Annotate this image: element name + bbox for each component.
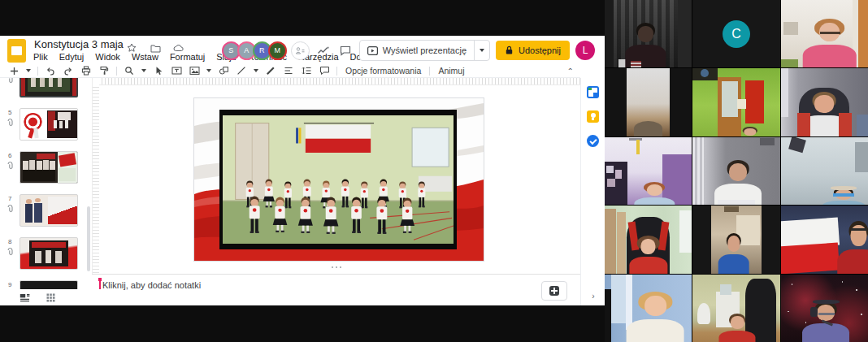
explore-button[interactable] (541, 281, 567, 301)
align-button[interactable] (283, 65, 294, 76)
participant-figure (735, 127, 766, 136)
figure-torso (719, 331, 756, 342)
tile-background-shape (701, 69, 709, 77)
slide-video-frame[interactable] (219, 110, 457, 249)
share-button[interactable]: Udostępnij (496, 41, 570, 60)
collapse-toolbar-chevron[interactable]: ⌃ (567, 67, 574, 76)
video-tile-boy-red-white[interactable] (781, 68, 868, 136)
new-slide-button[interactable] (8, 65, 20, 76)
video-tile-boy-headphones[interactable] (781, 137, 868, 205)
slides-app: Konstytucja 3 maja PlikEdytujWidokWstawF… (0, 36, 605, 305)
video-tile-woman-glasses[interactable] (781, 0, 868, 67)
speaker-notes[interactable]: Kliknij, aby dodać notatki (92, 274, 580, 305)
notes-placeholder[interactable]: Kliknij, aby dodać notatki (102, 280, 201, 290)
notes-resize-handle[interactable] (332, 266, 341, 268)
current-slide[interactable] (194, 98, 484, 261)
text-box-button[interactable] (171, 65, 182, 76)
anonymous-viewers-icon[interactable] (291, 41, 310, 60)
new-slide-caret[interactable] (26, 69, 31, 72)
tile-background-shape (605, 289, 611, 342)
figure-face (641, 239, 656, 254)
paint-format-button[interactable] (98, 65, 110, 76)
zoom-caret[interactable] (141, 69, 146, 72)
filmstrip-view-icon[interactable] (20, 293, 30, 302)
slide-thumbnail-4[interactable] (20, 78, 78, 97)
thumbnail-art (72, 78, 76, 96)
format-options-button[interactable]: Opcje formatowania (344, 66, 423, 76)
menu-plik[interactable]: Plik (33, 52, 48, 62)
insert-comment-button[interactable] (319, 65, 330, 76)
video-tile-red-jacket-child[interactable] (692, 275, 779, 342)
video-tile-portrait-blur[interactable] (605, 68, 692, 136)
collaborator-cursor (99, 280, 101, 289)
grid-view-icon[interactable] (46, 293, 55, 302)
hide-side-panel-chevron[interactable]: › (581, 292, 605, 301)
slide-filmstrip[interactable]: 456789 (0, 78, 92, 289)
figure-torso (837, 249, 868, 274)
insert-line-caret[interactable] (254, 69, 258, 72)
video-tile-green-room[interactable] (692, 68, 779, 136)
vertical-ruler (93, 84, 99, 274)
slide-thumb-wrap-4: 4 (0, 78, 92, 97)
slide-thumbnail-7[interactable] (20, 194, 78, 227)
undo-button[interactable] (45, 65, 56, 76)
filmstrip-scrollbar[interactable] (87, 206, 90, 271)
slide-canvas[interactable] (92, 78, 580, 274)
zoom-button[interactable] (124, 65, 135, 76)
slide-number: 7 (8, 195, 11, 202)
video-tile-girl-gray-room[interactable] (692, 137, 779, 205)
slide-thumbnail-8[interactable] (20, 237, 78, 270)
tile-background-shape (617, 212, 626, 274)
tile-background-shape (678, 0, 692, 67)
video-tile-boy-blue-portrait[interactable] (692, 206, 779, 273)
thumbnail-art (58, 112, 70, 120)
video-tile-c-avatar[interactable]: C (692, 0, 779, 67)
redo-button[interactable] (63, 65, 74, 76)
figure-torso (629, 257, 667, 274)
line-spacing-button[interactable] (301, 65, 312, 76)
video-tile-boy-headset-nebula[interactable] (781, 275, 868, 342)
tile-foreground-shape (810, 307, 818, 318)
menu-formatuj[interactable]: Formatuj (170, 52, 205, 62)
slide-thumbnail-9[interactable] (20, 280, 78, 289)
pen-tool-button[interactable] (265, 65, 276, 76)
thumbnail-art (50, 161, 55, 170)
video-tile-girl-gaming-chair[interactable] (605, 206, 692, 273)
video-tile-flag-glasses[interactable] (781, 206, 868, 273)
activity-dashboard-icon[interactable] (315, 42, 332, 58)
calendar-icon[interactable] (587, 86, 599, 98)
video-tile-dark-window[interactable] (605, 0, 692, 67)
tile-foreground-shape (813, 300, 839, 304)
collaborator-avatar-M[interactable]: M (268, 41, 287, 60)
thumbnail-art (35, 251, 41, 263)
slide-thumbnail-5[interactable] (20, 108, 78, 141)
menu-widok[interactable]: Widok (95, 52, 120, 62)
comment-history-icon[interactable] (337, 42, 354, 58)
video-tile-girl-blonde[interactable] (605, 275, 692, 342)
insert-image-button[interactable] (189, 65, 200, 76)
present-options-caret[interactable] (474, 41, 489, 60)
present-button[interactable]: Wyświetl prezentację (359, 40, 490, 61)
select-tool-button[interactable] (153, 65, 164, 76)
insert-shape-button[interactable] (218, 65, 229, 76)
present-button-main[interactable]: Wyświetl prezentację (360, 41, 474, 60)
menu-edytuj[interactable]: Edytuj (59, 52, 85, 62)
thumbnail-art (59, 121, 63, 128)
slides-logo-icon[interactable] (7, 39, 26, 63)
tile-background-shape (606, 166, 614, 173)
insert-line-button[interactable] (236, 65, 247, 76)
slide-thumbnail-6[interactable] (20, 151, 78, 184)
animate-button[interactable]: Animuj (436, 66, 466, 76)
tile-foreground-shape (851, 228, 867, 231)
video-tile-purple-room-child[interactable] (605, 137, 692, 205)
thumbnail-art (31, 78, 35, 87)
menu-wstaw[interactable]: Wstaw (132, 52, 158, 62)
tasks-icon[interactable] (587, 135, 599, 147)
participant-figure (629, 236, 667, 274)
keep-icon[interactable] (587, 110, 599, 123)
document-title[interactable]: Konstytucja 3 maja (34, 38, 124, 50)
print-button[interactable] (80, 65, 92, 76)
collaborator-avatars: SARM (225, 41, 287, 60)
insert-image-caret[interactable] (206, 69, 211, 72)
account-avatar[interactable]: L (575, 41, 595, 60)
